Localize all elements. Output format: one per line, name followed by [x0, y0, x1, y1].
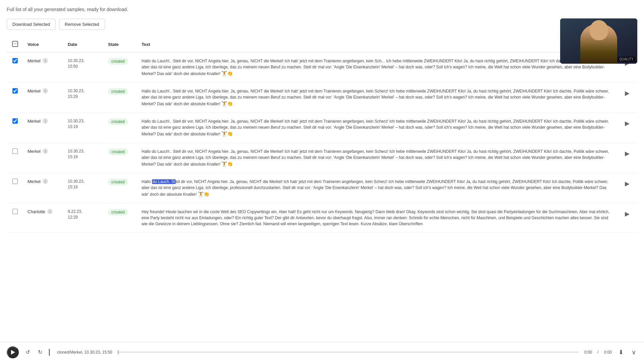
- page-subtitle: Full list of all your generated samples,…: [7, 7, 637, 12]
- row5-text: Hallo du Lauch, Stell dir vor, NICHT Ang…: [138, 177, 617, 199]
- row4-play-button[interactable]: ▶: [624, 148, 631, 159]
- row4-date: 10.30.23,15:18: [64, 147, 104, 161]
- row1-date: 10.30.23,15:50: [64, 57, 104, 71]
- row5-checkbox-cell: [7, 177, 23, 185]
- row4-voice-name: Merkel: [28, 149, 41, 154]
- row5-voice: Merkel i: [23, 177, 64, 185]
- header-text: Text: [138, 39, 617, 50]
- row2-badge: created: [108, 88, 128, 95]
- row1-state: created: [104, 57, 138, 66]
- row1-voice-name: Merkel: [28, 58, 41, 63]
- webcam-overlay: QUALITY: [560, 18, 637, 64]
- row5-actions: ▶: [617, 177, 637, 190]
- row4-checkbox[interactable]: [12, 148, 18, 154]
- row1-checkbox-cell: [7, 57, 23, 65]
- row3-actions: ▶: [617, 117, 637, 130]
- row6-info-icon[interactable]: i: [47, 209, 53, 214]
- row5-checkbox[interactable]: [12, 179, 18, 184]
- row4-voice: Merkel i: [23, 147, 64, 155]
- row2-date: 10.30.23,15:29: [64, 87, 104, 101]
- row5-play-button[interactable]: ▶: [624, 179, 631, 189]
- row3-voice-name: Merkel: [28, 119, 41, 124]
- row6-voice: Charlotte i: [23, 207, 64, 216]
- row3-text: Hallo du Lauch!.. Stell dir vor, NICHT A…: [138, 117, 617, 139]
- row6-checkbox[interactable]: [12, 209, 18, 214]
- row4-info-icon[interactable]: i: [43, 148, 48, 154]
- row5-text-highlight: du Lauch, St: [152, 179, 176, 184]
- row4-state: created: [104, 147, 138, 157]
- row5-date: 10.30.23,15:16: [64, 177, 104, 191]
- webcam-video: QUALITY: [560, 18, 637, 64]
- row3-date: 10.30.23,15:19: [64, 117, 104, 131]
- row6-checkbox-cell: [7, 207, 23, 216]
- row2-info-icon[interactable]: i: [43, 88, 48, 94]
- row2-checkbox[interactable]: [12, 88, 18, 94]
- row1-checkbox[interactable]: [12, 58, 18, 63]
- row1-badge: created: [108, 58, 128, 65]
- row6-actions: ▶: [617, 207, 637, 220]
- header-voice: Voice: [23, 39, 64, 50]
- row6-badge: created: [108, 209, 128, 216]
- row2-text: Hallo du Lauch!.. Stell dir vor, NICHT A…: [138, 87, 617, 109]
- row6-state: created: [104, 207, 138, 217]
- table-row: Charlotte i 9.22.23,12:29 created Hey fr…: [7, 203, 637, 233]
- row2-actions: ▶: [617, 87, 637, 100]
- toolbar: Download Selected Remove Selected: [7, 19, 637, 30]
- quality-badge: QUALITY: [618, 57, 635, 62]
- row6-voice-name: Charlotte: [28, 209, 45, 214]
- header-state: State: [104, 39, 138, 50]
- row1-text: Hallo du Lauch!.. Stell dir vor, NICHT A…: [138, 57, 617, 78]
- select-all-checkbox[interactable]: [12, 41, 18, 47]
- table: Voice Date State Text Merkel i 10.30.23,…: [7, 37, 637, 233]
- table-row: Merkel i 10.30.23,15:29 created Hallo du…: [7, 83, 637, 113]
- header-date: Date: [64, 39, 104, 50]
- row3-checkbox[interactable]: [12, 118, 18, 124]
- row4-checkbox-cell: [7, 147, 23, 155]
- row2-voice: Merkel i: [23, 87, 64, 95]
- row3-play-button[interactable]: ▶: [624, 118, 631, 128]
- row6-text: Hey freunde! Heute tauchen wir in die co…: [138, 207, 617, 228]
- row3-checkbox-cell: [7, 117, 23, 125]
- row5-voice-name: Merkel: [28, 179, 41, 184]
- row3-voice: Merkel i: [23, 117, 64, 125]
- row2-checkbox-cell: [7, 87, 23, 95]
- row3-badge: created: [108, 118, 128, 125]
- page-container: Full list of all your generated samples,…: [0, 0, 644, 259]
- table-row: Merkel i 10.30.23,15:18 created Hallo du…: [7, 143, 637, 173]
- row5-badge: created: [108, 179, 128, 185]
- row1-voice: Merkel i: [23, 57, 64, 65]
- row4-badge: created: [108, 148, 128, 155]
- row2-play-button[interactable]: ▶: [624, 88, 631, 98]
- row4-text: Hallo du Lauch!.. Stell dir vor, NICHT A…: [138, 147, 617, 169]
- row3-info-icon[interactable]: i: [43, 118, 48, 124]
- table-header: Voice Date State Text: [7, 37, 637, 53]
- remove-selected-button[interactable]: Remove Selected: [59, 19, 105, 30]
- table-row: Merkel i 10.30.23,15:50 created Hallo du…: [7, 53, 637, 83]
- header-checkbox-cell: [7, 39, 23, 50]
- row5-state: created: [104, 177, 138, 187]
- row3-state: created: [104, 117, 138, 126]
- row2-state: created: [104, 87, 138, 96]
- row6-play-button[interactable]: ▶: [624, 209, 631, 219]
- row1-info-icon[interactable]: i: [43, 58, 48, 63]
- download-selected-button[interactable]: Download Selected: [7, 19, 56, 30]
- row6-date: 9.22.23,12:29: [64, 207, 104, 222]
- row4-actions: ▶: [617, 147, 637, 160]
- table-row: Merkel i 10.30.23,15:19 created Hallo du…: [7, 113, 637, 143]
- row5-info-icon[interactable]: i: [43, 179, 48, 184]
- row2-voice-name: Merkel: [28, 88, 41, 94]
- table-row: Merkel i 10.30.23,15:16 created Hallo du…: [7, 173, 637, 203]
